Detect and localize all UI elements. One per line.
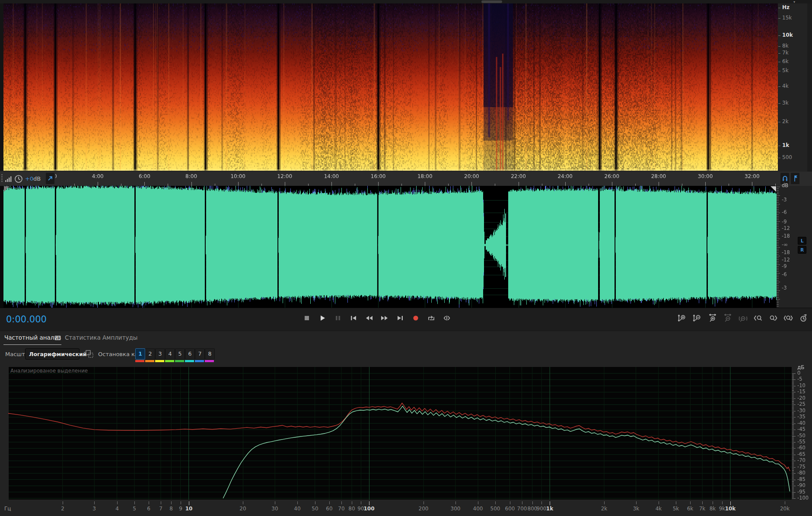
amplitude-scale-label: -9 <box>782 219 787 225</box>
scale-select[interactable]: Логарифмический <box>25 348 80 360</box>
frame-hold-button-4[interactable]: 4 <box>165 348 175 360</box>
freq-tick <box>778 35 780 36</box>
graph-freq-label: 100 <box>363 506 374 512</box>
zoom-out-horizontal-button[interactable] <box>722 313 733 323</box>
graph-db-unit: дБ <box>797 364 805 370</box>
zoom-out-full-icon <box>738 314 748 322</box>
fade-in-handle[interactable] <box>4 186 10 192</box>
graph-freq-label: 80 <box>348 506 355 512</box>
freq-tick <box>778 103 780 104</box>
graph-freq-label: 4 <box>115 506 119 512</box>
amplitude-scale-label: -3 <box>782 197 787 203</box>
graph-annotation: Анализированое выделение <box>10 368 88 374</box>
frame-hold-button-3[interactable]: 3 <box>155 348 165 360</box>
timeline-scrollbar[interactable] <box>0 0 812 3</box>
graph-db-label: -80 <box>797 470 806 476</box>
graph-freq-label: 1k <box>546 506 553 512</box>
frequency-graph[interactable] <box>8 366 792 500</box>
zoom-in-at-in-point-button[interactable] <box>752 313 764 323</box>
spectrogram-display[interactable] <box>3 3 778 171</box>
zoom-in-vertical-button[interactable] <box>677 313 688 323</box>
skip-selection-button[interactable] <box>441 313 452 323</box>
graph-db-label: -15 <box>797 389 806 395</box>
graph-freq-label: 10 <box>185 506 193 512</box>
zoom-out-full-button[interactable] <box>737 313 748 323</box>
frame-hold-button-6[interactable]: 6 <box>185 348 195 360</box>
graph-db-label: -70 <box>797 457 806 463</box>
graph-db-label: -40 <box>797 420 806 426</box>
tab-frequency-analysis[interactable]: Частотный анализ <box>4 334 61 341</box>
timed-record-button[interactable] <box>798 313 809 323</box>
frame-hold-button-5[interactable]: 5 <box>175 348 185 360</box>
graph-freq-label: 3 <box>92 506 96 512</box>
freq-scale-label: Hz <box>782 4 790 10</box>
clock-icon[interactable] <box>14 174 23 184</box>
pause-button[interactable] <box>332 313 344 323</box>
graph-freq-ticks <box>8 500 792 506</box>
skip-to-start-button[interactable] <box>348 313 359 323</box>
skip-selection-icon <box>442 314 452 322</box>
copy-snapshot-icon[interactable] <box>85 349 94 359</box>
freq-tick <box>778 71 780 71</box>
add-marker-button[interactable] <box>790 172 800 185</box>
channel-button-l[interactable]: L <box>798 237 806 245</box>
record-button[interactable] <box>410 313 421 323</box>
graph-db-label: -5 <box>797 376 802 382</box>
gain-value[interactable]: +0 <box>25 175 33 182</box>
skip-to-end-button[interactable] <box>395 313 406 323</box>
frame-hold-color-bar <box>205 360 214 362</box>
zoom-in-at-out-point-button[interactable] <box>767 313 779 323</box>
graph-db-label: -20 <box>797 395 806 401</box>
graph-freq-label: 9k <box>719 506 726 512</box>
zoom-to-selection-button[interactable] <box>783 313 794 323</box>
chevron-down-icon[interactable]: ▾ <box>793 0 795 4</box>
levels-meter-icon[interactable] <box>5 175 13 182</box>
magnet-icon <box>781 175 789 182</box>
graph-freq-label: 5 <box>133 506 136 512</box>
graph-freq-label: 7 <box>159 506 162 512</box>
freq-scale-label: 8k <box>782 43 789 49</box>
zoom-in-horizontal-button[interactable] <box>707 313 718 323</box>
frame-hold-button-2[interactable]: 2 <box>145 348 155 360</box>
rewind-button[interactable] <box>363 313 375 323</box>
frame-hold-button-7[interactable]: 7 <box>195 348 205 360</box>
frame-hold-color-bar <box>195 360 204 362</box>
play-button[interactable] <box>317 313 328 323</box>
graph-freq-label: 300 <box>451 506 461 512</box>
graph-db-label: -65 <box>797 451 806 457</box>
frame-hold-button-1[interactable]: 1 <box>135 348 145 360</box>
tab-amplitude-statistics[interactable]: Статистика Амплитуды <box>65 334 137 341</box>
time-display[interactable]: 0:00.000 <box>6 314 47 325</box>
freq-scale-label: 2k <box>782 118 789 124</box>
graph-freq-label: 600 <box>505 506 515 512</box>
loop-playback-button[interactable] <box>426 313 437 323</box>
channel-button-r[interactable]: R <box>798 246 806 254</box>
graph-freq-label: 2 <box>61 506 64 512</box>
ne-arrow-icon <box>47 175 54 182</box>
timeline-label: 14:00 <box>324 173 339 179</box>
spot-healing-button[interactable] <box>45 172 55 185</box>
panel-menu-icon[interactable] <box>55 336 61 341</box>
amplitude-scale-label: -6 <box>782 271 787 277</box>
timeline-label: 16:00 <box>371 173 386 179</box>
left-border-wave <box>0 186 3 308</box>
timeline-label: 12:00 <box>277 173 293 179</box>
stop-button[interactable] <box>301 313 312 323</box>
timeline-label: 26:00 <box>605 173 620 179</box>
grip-handle-icon[interactable] <box>1 174 3 183</box>
graph-freq-label: 800 <box>528 506 538 512</box>
frame-hold-button-8[interactable]: 8 <box>205 348 215 360</box>
graph-freq-label: 6k <box>687 506 694 512</box>
graph-freq-label: 3k <box>633 506 640 512</box>
fade-out-handle[interactable] <box>771 186 776 192</box>
fast-forward-button[interactable] <box>379 313 390 323</box>
waveform-display[interactable] <box>3 186 777 308</box>
zoom-out-vertical-button[interactable] <box>692 313 703 323</box>
graph-freq-label: 200 <box>419 506 429 512</box>
freq-scale-label: 15k <box>782 15 792 21</box>
graph-freq-label: 9 <box>179 506 182 512</box>
freq-tick <box>778 46 780 47</box>
freq-scale-label: 6k <box>782 58 789 64</box>
zoom-out-vertical-icon <box>693 314 702 322</box>
scrollbar-handle[interactable] <box>481 0 502 3</box>
